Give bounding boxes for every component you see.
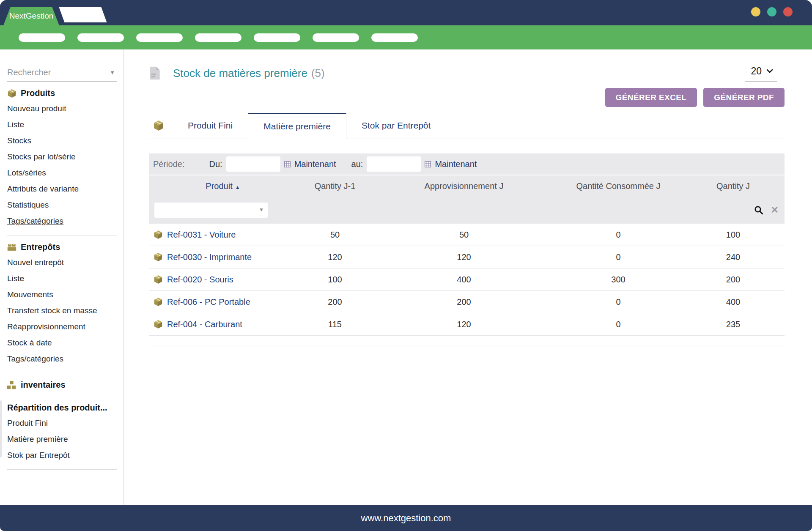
sidebar-item[interactable]: Stocks	[7, 133, 117, 149]
document-icon	[149, 66, 161, 80]
nav-item-pill[interactable]	[254, 33, 300, 42]
clear-filter-icon[interactable]: ✕	[771, 205, 779, 215]
browser-tab-blank[interactable]	[59, 7, 107, 22]
sidebar-divider	[7, 373, 117, 373]
date-to-input[interactable]	[367, 156, 421, 172]
table-filter-row: ▼ ✕	[149, 197, 785, 224]
product-link[interactable]: Ref-0020 - Souris	[149, 275, 297, 285]
sidebar-divider	[7, 235, 117, 235]
nav-item-pill[interactable]	[19, 33, 65, 42]
produit-filter-select[interactable]: ▼	[154, 202, 268, 218]
product-ref-label: Ref-0030 - Imprimante	[167, 252, 252, 262]
sidebar-item[interactable]: Attributs de variante	[7, 181, 117, 197]
cell-conso_j: 0	[555, 230, 682, 240]
sidebar-item[interactable]: Produit Fini	[7, 415, 117, 431]
date-from-label: Du:	[209, 159, 222, 169]
now-from-button[interactable]: Maintenant	[294, 159, 336, 169]
restore-dot[interactable]	[767, 7, 776, 16]
calendar-icon[interactable]	[425, 161, 431, 167]
sidebar-section-title: Répartition des produit...	[7, 403, 117, 413]
tab-produit-fini[interactable]: Produit Fini	[173, 112, 248, 139]
tab-stok-par-entrep-t[interactable]: Stok par Entrepôt	[346, 112, 446, 139]
sidebar-sections: ProduitsNouveau produitListeStocksStocks…	[7, 88, 117, 470]
page-header: Stock de matières première (5) 20	[149, 64, 785, 82]
page-size-select[interactable]: 20	[745, 65, 777, 82]
nav-item-pill[interactable]	[77, 33, 124, 42]
package-icon	[154, 230, 163, 239]
sidebar-divider	[7, 396, 117, 396]
sidebar-item[interactable]: Stok par Entrepôt	[7, 447, 117, 463]
cell-qty_j: 235	[682, 320, 785, 329]
product-link[interactable]: Ref-006 - PC Portable	[149, 297, 297, 307]
close-dot[interactable]	[783, 7, 793, 16]
browser-tab-brand[interactable]: NextGestion	[3, 7, 59, 25]
nav-item-pill[interactable]	[371, 33, 418, 42]
sidebar-section-title: inventaires	[7, 380, 117, 390]
sidebar-item[interactable]: Stocks par lot/série	[7, 149, 117, 165]
table-row: Ref-0030 - Imprimante1201200240	[149, 246, 785, 268]
column-header[interactable]: Qantity J	[682, 181, 785, 191]
cell-appro_j: 400	[373, 275, 555, 285]
sidebar-item[interactable]: Nouvel entrepôt	[7, 255, 117, 271]
now-to-button[interactable]: Maintenant	[435, 159, 477, 169]
nav-item-pill[interactable]	[195, 33, 241, 42]
sidebar-scrollbar[interactable]	[0, 400, 2, 457]
warehouse-icon	[7, 243, 16, 252]
sidebar-item[interactable]: Réapprovisionnement	[7, 319, 117, 335]
sidebar-item[interactable]: Statistiques	[7, 197, 117, 213]
product-link[interactable]: Ref-0031 - Voiture	[149, 230, 297, 240]
package-icon	[7, 89, 16, 98]
nav-item-pill[interactable]	[136, 33, 183, 42]
column-header-label: Qantité Consommée J	[576, 181, 661, 191]
column-header[interactable]: Produit▲	[149, 181, 297, 191]
sidebar-item[interactable]: Tags/catégories	[7, 213, 117, 229]
window-controls	[751, 7, 793, 16]
page-title: Stock de matières première	[173, 67, 307, 80]
chevron-down-icon	[767, 69, 773, 73]
table-row: Ref-006 - PC Portable2002000400	[149, 291, 785, 313]
minimize-dot[interactable]	[751, 7, 760, 16]
cell-conso_j: 0	[555, 297, 682, 307]
column-header-label: Qantity J	[716, 181, 750, 191]
sidebar-item[interactable]: Lots/séries	[7, 165, 117, 181]
calendar-icon[interactable]	[284, 161, 291, 167]
sidebar-item[interactable]: Liste	[7, 271, 117, 287]
search-icon[interactable]	[754, 205, 763, 215]
nav-item-pill[interactable]	[313, 33, 359, 42]
generate-pdf-button[interactable]: GÉNÉRER PDF	[703, 88, 785, 107]
tab-mati-re-premi-re[interactable]: Matière première	[248, 113, 346, 139]
sidebar-item[interactable]: Matière première	[7, 431, 117, 447]
column-header[interactable]: Qantity J-1	[297, 181, 373, 191]
column-header[interactable]: Approvisionnement J	[373, 181, 555, 191]
sort-asc-icon: ▲	[235, 184, 240, 190]
sidebar-item[interactable]: Stock à date	[7, 335, 117, 351]
sidebar-item[interactable]: Mouvements	[7, 287, 117, 303]
product-link[interactable]: Ref-004 - Carburant	[149, 320, 297, 329]
tabs-row: Produit FiniMatière premièreStok par Ent…	[149, 112, 785, 139]
sidebar-item[interactable]: Transfert stock en masse	[7, 303, 117, 319]
chevron-down-icon: ▼	[110, 69, 115, 76]
page-title-count: (5)	[311, 67, 325, 80]
product-ref-label: Ref-006 - PC Portable	[167, 297, 250, 307]
date-from-input[interactable]	[226, 156, 280, 172]
sidebar-section-label: Répartition des produit...	[7, 403, 107, 413]
package-icon	[153, 120, 164, 131]
footer-url: www.nextgestion.com	[361, 513, 451, 524]
package-icon	[154, 252, 163, 262]
product-ref-label: Ref-004 - Carburant	[167, 320, 242, 329]
product-link[interactable]: Ref-0030 - Imprimante	[149, 252, 297, 262]
sidebar-item[interactable]: Tags/catégories	[7, 351, 117, 367]
generate-excel-button[interactable]: GÉNÉRER EXCEL	[605, 88, 697, 107]
sidebar-item[interactable]: Liste	[7, 117, 117, 133]
table-empty-row	[149, 336, 785, 347]
package-icon	[154, 320, 163, 329]
sidebar-search-select[interactable]: Rechercher ▼	[7, 64, 117, 82]
column-header[interactable]: Qantité Consommée J	[555, 181, 682, 191]
cell-conso_j: 0	[555, 252, 682, 262]
sidebar-item[interactable]: Nouveau produit	[7, 101, 117, 117]
main-content: Stock de matières première (5) 20 GÉNÉRE…	[124, 49, 812, 505]
cell-qty_j: 240	[682, 252, 785, 262]
sidebar-section-label: Entrepôts	[21, 242, 60, 252]
cell-qty_j1: 200	[297, 297, 373, 307]
cell-qty_j: 400	[682, 297, 785, 307]
